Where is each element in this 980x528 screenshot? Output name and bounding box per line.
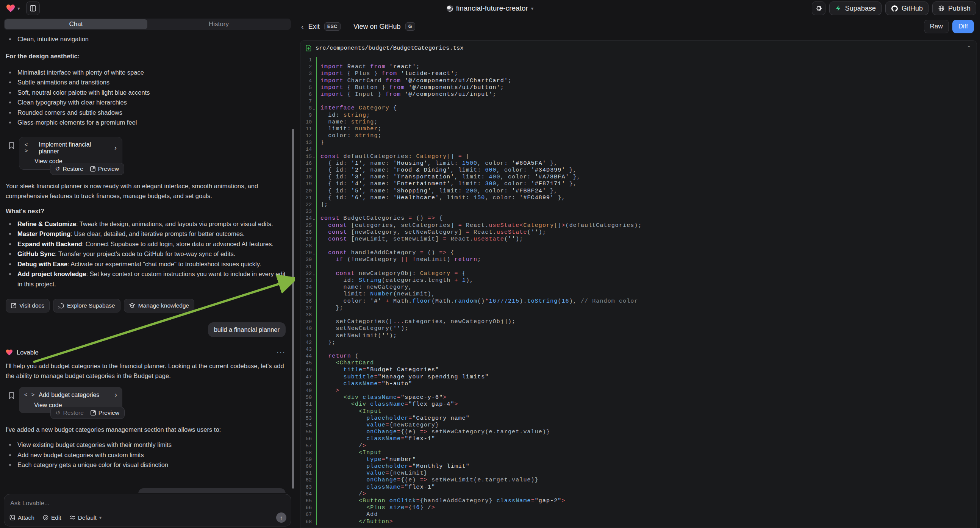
code-line: 10 name: string; [301,119,977,126]
file-header[interactable]: src/components/budget/BudgetCategories.t… [301,41,977,56]
code-line: 28 [301,243,977,250]
toggle-sidebar-button[interactable] [26,2,40,15]
code-line: 47 subtitle="Manage your spending limits… [301,374,977,381]
logo-chevron-down-icon[interactable]: ▾ [18,6,20,11]
code-text: placeholder="Monthly limit" [316,463,470,470]
line-number: 49 [301,388,312,394]
mode-select[interactable]: Default ▾ [70,514,102,521]
back-chevron-icon[interactable]: ‹ [301,22,304,31]
code-line: 67 Add [301,511,977,518]
line-number: 56 [301,436,312,442]
supabase-button[interactable]: Supabase [829,2,881,15]
chat-scroll-area[interactable]: Clean, intuitive navigation For the desi… [0,32,295,493]
bookmark-icon[interactable] [9,392,14,399]
file-card: src/components/budget/BudgetCategories.t… [300,40,977,528]
edit-button[interactable]: Edit [43,514,61,521]
preview-button[interactable]: Preview [90,165,119,172]
restore-preview-pill: ↺Restore Preview [50,163,124,175]
restore-button[interactable]: ↺Restore [56,409,84,416]
target-icon [43,515,48,520]
list-item: Clean typography with clear hierarchies [6,97,286,108]
tab-chat[interactable]: Chat [5,19,147,29]
explore-supabase-button[interactable]: Explore Supabase [53,299,121,312]
code-text: /> [316,491,366,498]
line-number: 26 [301,229,312,236]
fold-chevron-icon[interactable]: ⌄ [312,250,315,257]
code-line: 14 [301,146,977,153]
code-text: import { Button } from '@/components/ui/… [316,84,504,91]
send-button[interactable]: ↑ [276,512,286,523]
publish-button[interactable]: Publish [932,2,976,15]
code-line: 2import React from 'react'; [301,64,977,70]
line-number: 25 [301,222,312,229]
attach-button[interactable]: Attach [10,514,35,521]
restore-button[interactable]: ↺Restore [55,165,83,172]
view-on-github-link[interactable]: View on GitHub [353,23,401,31]
code-line: 15⌄const defaultCategories: Category[] =… [301,153,977,160]
chevron-down-icon: ▾ [99,515,102,520]
code-text [316,98,324,105]
code-change-card-selected[interactable]: < > Add budget categories › View code ↺R… [19,387,123,413]
line-number: 27 [301,236,312,243]
line-number: 64 [301,491,312,498]
bookmark-icon[interactable] [9,142,14,149]
line-number: 37 [301,305,312,312]
line-number: 46 [301,367,312,374]
line-number: 29 [301,250,312,256]
collapse-chevron-up-icon[interactable]: ⌃ [966,45,971,51]
preview-button[interactable]: Preview [91,409,119,416]
list-item: Clean, intuitive navigation [6,34,286,44]
line-number: 60 [301,463,312,470]
list-item: Glass-morphic elements for a premium fee… [6,118,286,128]
code-change-card[interactable]: < > Implement financial planner › View c… [19,137,123,170]
code-line: 11 limit: number; [301,126,977,132]
fold-chevron-icon[interactable]: ⌄ [312,105,315,112]
github-button[interactable]: GitHub [885,2,929,15]
fold-chevron-icon[interactable]: ⌄ [312,216,315,222]
composer-input[interactable]: Ask Lovable... [10,499,286,507]
line-number: 14 [301,146,312,153]
line-number: 3 [301,70,312,77]
line-number: 16 [301,160,312,167]
code-line: 66 <Plus size={16} /> [301,504,977,511]
line-number: 51 [301,401,312,408]
manage-knowledge-button[interactable]: Manage knowledge [124,299,194,312]
added-bullet-list: View existing budget categories with the… [6,440,286,470]
chevron-right-icon[interactable]: › [115,391,117,399]
fold-chevron-icon[interactable]: ⌄ [312,271,315,278]
code-panel: ‹ Exit ESC View on GitHub G Raw Diff src… [295,17,980,528]
code-text: className="h-auto" [316,381,412,388]
diff-toggle-button[interactable]: Diff [952,20,974,33]
code-editor[interactable]: 1 2import React from 'react';3import { P… [301,56,977,528]
fold-chevron-icon[interactable]: ⌄ [312,154,315,161]
message-menu-button[interactable]: ··· [277,348,286,356]
composer[interactable]: Ask Lovable... Attach Edit Default ▾ ↑ [4,494,291,526]
code-text: <ChartCard [316,360,374,367]
chat-scrollbar[interactable] [292,129,294,488]
code-line: 37 }; [301,305,977,312]
line-number: 12 [301,132,312,139]
tab-history[interactable]: History [147,19,290,29]
project-switcher[interactable]: financial-future-creator ▾ [447,4,534,13]
exit-button[interactable]: Exit [309,23,320,31]
line-number: 57 [301,443,312,450]
code-panel-header: ‹ Exit ESC View on GitHub G Raw Diff [295,17,980,37]
lovable-logo-icon[interactable] [6,4,15,13]
code-text [316,146,324,153]
line-number: 67 [301,511,312,518]
supabase-icon [835,5,842,12]
settings-button[interactable] [812,2,826,15]
code-text: } [316,139,324,146]
code-icon: < > [25,142,35,154]
code-line: 68 </Button> [301,518,977,525]
code-text: if (!newCategory || !newLimit) return; [316,256,481,263]
line-number: 48 [301,381,312,388]
code-line: 24⌄const BudgetCategories = () => { [301,215,977,222]
card-title: Add budget categories [39,392,99,398]
assistant-header: Lovable ··· [6,348,286,356]
visit-docs-button[interactable]: Visit docs [6,299,49,312]
line-number: 32 [301,270,312,277]
code-line: 45 <ChartCard [301,360,977,367]
chevron-right-icon[interactable]: › [115,144,117,152]
raw-toggle-button[interactable]: Raw [924,20,949,33]
